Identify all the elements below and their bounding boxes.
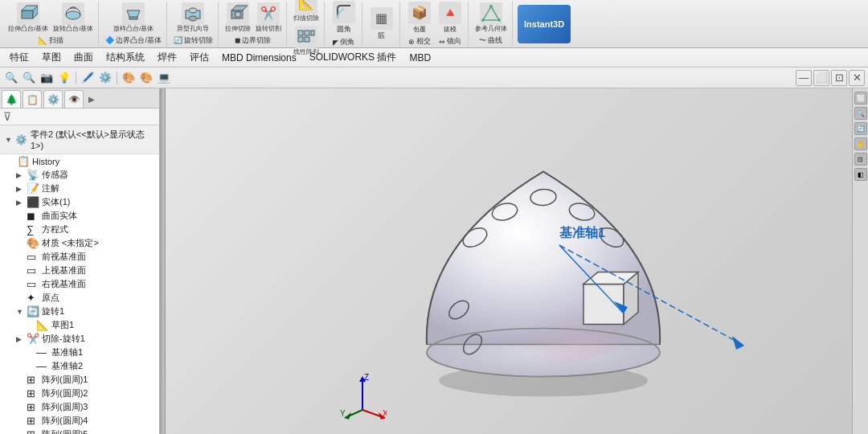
menu-sketch[interactable]: 草图 bbox=[35, 48, 68, 67]
scan-cut-btn[interactable]: 📐 扫描切除 bbox=[292, 0, 321, 24]
ref-geometry-btn[interactable]: 参考几何体 bbox=[473, 1, 509, 35]
tree-label-12: 草图1 bbox=[51, 319, 74, 331]
menu-weld[interactable]: 焊件 bbox=[151, 48, 183, 67]
zoom-fit-btn[interactable]: 🔍 bbox=[3, 70, 19, 86]
menu-mbd[interactable]: MBD bbox=[403, 50, 437, 66]
svg-point-3 bbox=[66, 11, 80, 19]
revolve-boss-icon bbox=[62, 2, 84, 25]
tree-icon-3: ⬛ bbox=[27, 196, 39, 208]
color-btn1[interactable]: 🎨 bbox=[121, 70, 137, 86]
tree-arrow-11: ▼ bbox=[16, 308, 24, 316]
tree-item-12[interactable]: 📐草图1 bbox=[0, 318, 159, 332]
win-minimize-btn[interactable]: — bbox=[796, 70, 812, 86]
view-rotate-btn[interactable]: 🔄 bbox=[854, 122, 867, 135]
fillet-icon bbox=[333, 1, 355, 23]
draft-btn[interactable]: 🔺 拔模 bbox=[436, 0, 465, 35]
tree-item-4[interactable]: ◼曲面实体 bbox=[0, 209, 159, 223]
3d-viewport[interactable]: 基准轴1 Z X Y bbox=[166, 88, 852, 434]
view-pan-btn[interactable]: ✋ bbox=[854, 137, 867, 150]
view-light-btn[interactable]: 💡 bbox=[56, 70, 72, 86]
tree-icon-11: 🔄 bbox=[27, 305, 39, 317]
tab-property[interactable]: 📋 bbox=[23, 90, 42, 108]
tree-item-8[interactable]: ▭上视基准面 bbox=[0, 264, 159, 277]
tree-item-6[interactable]: 🎨材质 <未指定> bbox=[0, 236, 159, 250]
panel-tab-more[interactable]: ▶ bbox=[85, 90, 98, 108]
extrude-boss-btn[interactable]: 拉伸凸台/基体 bbox=[6, 1, 50, 35]
tree-item-15[interactable]: —基准轴2 bbox=[0, 359, 159, 373]
draft-icon: 🔺 bbox=[439, 2, 461, 24]
tab-config[interactable]: ⚙️ bbox=[43, 90, 63, 108]
filter-icon[interactable]: ⊽ bbox=[3, 110, 11, 123]
tree-item-10[interactable]: ✦原点 bbox=[0, 291, 159, 305]
tree-item-16[interactable]: ⊞阵列(圆周)1 bbox=[0, 373, 159, 387]
tree-item-14[interactable]: —基准轴1 bbox=[0, 346, 159, 359]
instant3d-button[interactable]: Instant3D bbox=[518, 5, 571, 43]
menu-structure[interactable]: 结构系统 bbox=[100, 48, 151, 67]
color-btn2[interactable]: 🎨 bbox=[138, 70, 154, 86]
tree-item-3[interactable]: ▶⬛实体(1) bbox=[0, 195, 159, 209]
revolve-boss-btn[interactable]: 旋转凸台/基体 bbox=[51, 1, 95, 35]
tree-item-11[interactable]: ▼🔄旋转1 bbox=[0, 305, 159, 318]
tree-label-16: 阵列(圆周)1 bbox=[42, 374, 88, 386]
tree-item-0[interactable]: 📋History bbox=[0, 154, 159, 168]
boundary-boss-icon: 🔷 bbox=[105, 36, 114, 44]
view-front-btn[interactable]: ⬜ bbox=[854, 92, 867, 104]
svg-marker-10 bbox=[231, 6, 248, 10]
extrude-boss-icon bbox=[17, 2, 39, 25]
tree-icon-9: ▭ bbox=[27, 278, 39, 290]
tree-arrow-3: ▶ bbox=[16, 199, 24, 207]
mirror-btn[interactable]: ⇔ 镜向 bbox=[436, 35, 465, 48]
boundary-cut-btn[interactable]: ◼ 边界切除 bbox=[233, 34, 272, 47]
rib-btn[interactable]: ▦ 筋 bbox=[367, 6, 396, 43]
svg-rect-13 bbox=[305, 31, 309, 35]
menu-surface[interactable]: 曲面 bbox=[68, 48, 100, 67]
wrap-btn[interactable]: 📦 包覆 bbox=[405, 0, 434, 35]
view-display-btn[interactable]: ◧ bbox=[854, 168, 867, 181]
menu-solidworks-addins[interactable]: SOLIDWORKS 插件 bbox=[303, 48, 403, 67]
fillet-btn[interactable]: 圆角 bbox=[330, 0, 358, 36]
win-maximize-btn[interactable]: ⊡ bbox=[831, 70, 847, 86]
camera-btn[interactable]: 📷 bbox=[39, 70, 55, 86]
win-close-btn[interactable]: ✕ bbox=[849, 70, 865, 86]
tree-item-17[interactable]: ⊞阵列(圆周)2 bbox=[0, 387, 159, 400]
part-title[interactable]: ▼ ⚙️ 零件2 (默认<<默认>显示状态 1>) bbox=[0, 125, 159, 154]
extrude-cut-btn[interactable]: 拉伸切除 bbox=[223, 1, 252, 35]
tree-label-4: 曲面实体 bbox=[42, 210, 77, 222]
sweep-cut-btn[interactable]: ✂️ 旋转切割 bbox=[254, 1, 283, 35]
loft-boss-btn[interactable]: 放样凸台/基体 bbox=[112, 1, 155, 35]
win-restore-btn[interactable]: ⬜ bbox=[813, 70, 829, 86]
hole-wizard-btn[interactable]: 异型孔向导 bbox=[175, 1, 211, 35]
tree-item-5[interactable]: ∑方程式 bbox=[0, 223, 159, 236]
tree-icon-0: 📋 bbox=[17, 155, 30, 167]
tree-item-20[interactable]: ⊞阵列(圆周)5 bbox=[0, 428, 159, 434]
zoom-area-btn[interactable]: 🔍 bbox=[21, 70, 37, 86]
scan-btn[interactable]: 📐 扫描 bbox=[36, 34, 65, 47]
boundary-boss-btn[interactable]: 🔷 边界凸台/基体 bbox=[104, 34, 163, 47]
menu-evaluate[interactable]: 评估 bbox=[183, 48, 215, 67]
menu-mbd-dimensions[interactable]: MBD Dimensions bbox=[215, 50, 303, 66]
tree-item-18[interactable]: ⊞阵列(圆周)3 bbox=[0, 400, 159, 414]
tree-item-13[interactable]: ▶✂️切除-旋转1 bbox=[0, 332, 159, 346]
tree-item-9[interactable]: ▭右视基准面 bbox=[0, 277, 159, 291]
tab-feature-tree[interactable]: 🌲 bbox=[2, 90, 21, 108]
menu-feature[interactable]: 特征 bbox=[3, 48, 35, 67]
tree-item-2[interactable]: ▶📝注解 bbox=[0, 182, 159, 195]
settings-btn[interactable]: ⚙️ bbox=[97, 70, 113, 86]
tree-item-19[interactable]: ⊞阵列(圆周)4 bbox=[0, 414, 159, 428]
intersect-btn[interactable]: ⊕ 相交 bbox=[405, 35, 434, 48]
monitor-btn[interactable]: 💻 bbox=[156, 70, 172, 86]
tree-label-19: 阵列(圆周)4 bbox=[42, 415, 88, 427]
view-section-btn[interactable]: ⊡ bbox=[854, 153, 867, 166]
rib-icon: ▦ bbox=[371, 7, 393, 30]
tree-icon-16: ⊞ bbox=[27, 374, 39, 386]
tree-item-7[interactable]: ▭前视基准面 bbox=[0, 250, 159, 264]
tab-display[interactable]: 👁️ bbox=[64, 90, 84, 108]
curve-btn[interactable]: 〜 曲线 bbox=[477, 34, 506, 47]
revolve-cut-btn[interactable]: 🔄 旋转切除 bbox=[172, 34, 215, 47]
tree-item-1[interactable]: ▶📡传感器 bbox=[0, 168, 159, 182]
sketch-btn[interactable]: 🖊️ bbox=[80, 70, 96, 86]
chamfer-btn[interactable]: ◤ 倒角 bbox=[330, 36, 358, 49]
view-zoom-btn[interactable]: 🔍 bbox=[854, 107, 867, 120]
tree-label-18: 阵列(圆周)3 bbox=[42, 401, 88, 413]
tree-icon-12: 📐 bbox=[36, 319, 49, 331]
